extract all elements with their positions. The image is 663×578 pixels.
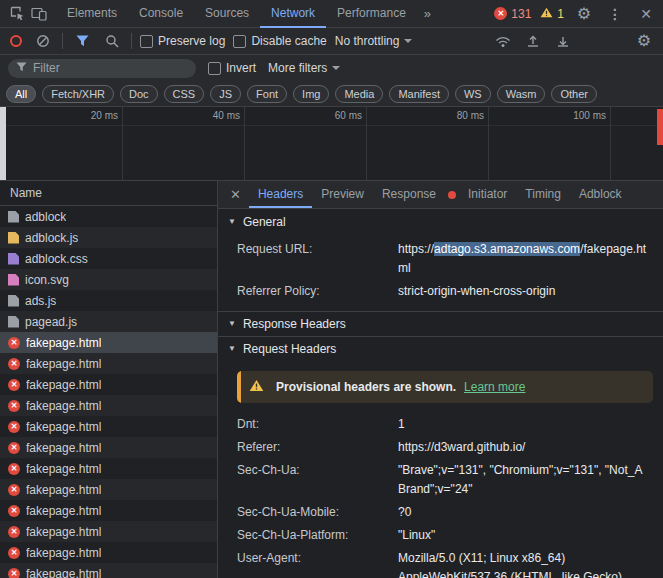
learn-more-link[interactable]: Learn more — [464, 380, 525, 394]
header-row: Referrer Policy: strict-origin-when-cros… — [218, 280, 663, 303]
doc-file-icon — [8, 295, 19, 307]
tab-elements[interactable]: Elements — [56, 0, 128, 28]
type-filter-font[interactable]: Font — [247, 85, 287, 103]
general-section-header[interactable]: ▼ General — [218, 209, 663, 234]
detail-tab-preview[interactable]: Preview — [312, 181, 373, 208]
timeline-gridline — [366, 107, 367, 180]
type-filter-media[interactable]: Media — [335, 85, 383, 103]
close-details-icon[interactable]: ✕ — [222, 187, 249, 202]
request-row[interactable]: ✕fakepage.html — [0, 395, 217, 416]
type-filter-wasm[interactable]: Wasm — [497, 85, 546, 103]
filter-toggle-icon[interactable] — [71, 30, 93, 52]
search-icon[interactable] — [101, 30, 123, 52]
error-badge[interactable]: ✕ 131 — [494, 7, 531, 21]
request-row[interactable]: ✕fakepage.html — [0, 416, 217, 437]
kebab-menu-icon[interactable]: ⋮ — [604, 3, 626, 25]
preserve-log-toggle[interactable]: Preserve log — [140, 34, 225, 48]
detail-tab-adblock[interactable]: Adblock — [570, 181, 631, 208]
request-row[interactable]: ✕fakepage.html — [0, 437, 217, 458]
collapse-triangle-icon: ▼ — [228, 320, 236, 328]
request-row[interactable]: adblock.js — [0, 227, 217, 248]
detail-tab-timing[interactable]: Timing — [516, 181, 570, 208]
header-value: ?0 — [398, 503, 653, 522]
header-value: https://adtago.s3.amazonaws.com/fakepage… — [398, 240, 653, 278]
request-row[interactable]: ✕fakepage.html — [0, 479, 217, 500]
tab-console[interactable]: Console — [128, 0, 194, 28]
device-toolbar-icon[interactable] — [28, 3, 50, 25]
type-filter-css[interactable]: CSS — [164, 85, 205, 103]
type-filter-doc[interactable]: Doc — [120, 85, 158, 103]
request-row[interactable]: ✕fakepage.html — [0, 563, 217, 578]
filter-funnel-icon — [16, 61, 27, 75]
timeline-overview[interactable]: 20 ms40 ms60 ms80 ms100 ms — [0, 107, 663, 181]
type-filter-all[interactable]: All — [6, 85, 36, 103]
detail-tab-headers[interactable]: Headers — [249, 181, 312, 208]
close-devtools-icon[interactable]: ✕ — [635, 3, 657, 25]
request-name: icon.svg — [25, 273, 69, 287]
overview-left-handle[interactable] — [0, 107, 6, 180]
headers-panel: ▼ General Request URL: https://adtago.s3… — [218, 209, 663, 578]
type-filter-img[interactable]: Img — [293, 85, 329, 103]
network-settings-gear-icon[interactable]: ⚙ — [633, 30, 655, 52]
doc-file-icon — [8, 211, 19, 223]
warning-icon — [249, 379, 264, 395]
type-filter-manifest[interactable]: Manifest — [389, 85, 449, 103]
request-row[interactable]: adblock.css — [0, 248, 217, 269]
js-file-icon — [8, 232, 19, 244]
request-name: fakepage.html — [26, 357, 101, 371]
more-filters-dropdown[interactable]: More filters — [268, 61, 340, 75]
type-filter-ws[interactable]: WS — [455, 85, 491, 103]
more-tabs-button[interactable]: » — [417, 6, 438, 21]
filter-input[interactable] — [33, 61, 188, 75]
request-row[interactable]: pagead.js — [0, 311, 217, 332]
request-headers-section-header[interactable]: ▼ Request Headers — [218, 336, 663, 361]
request-name: adblock — [25, 210, 66, 224]
import-har-icon[interactable] — [522, 30, 544, 52]
network-conditions-icon[interactable] — [492, 30, 514, 52]
request-row[interactable]: ✕fakepage.html — [0, 500, 217, 521]
request-row[interactable]: ✕fakepage.html — [0, 374, 217, 395]
devtools-window: ElementsConsoleSourcesNetworkPerformance… — [0, 0, 663, 578]
request-row[interactable]: icon.svg — [0, 269, 217, 290]
type-filter-js[interactable]: JS — [210, 85, 241, 103]
tab-performance[interactable]: Performance — [326, 0, 417, 28]
detail-tab-initiator[interactable]: Initiator — [459, 181, 516, 208]
record-button[interactable] — [10, 35, 22, 47]
invert-toggle[interactable]: Invert — [208, 61, 256, 75]
request-name: fakepage.html — [26, 462, 101, 476]
request-row[interactable]: adblock — [0, 206, 217, 227]
preserve-log-checkbox[interactable] — [140, 35, 153, 48]
doc-file-icon — [8, 316, 19, 328]
throttling-dropdown[interactable]: No throttling — [335, 34, 413, 48]
type-filter-fetch-xhr[interactable]: Fetch/XHR — [42, 85, 114, 103]
tab-sources[interactable]: Sources — [194, 0, 260, 28]
request-row[interactable]: ads.js — [0, 290, 217, 311]
timeline-gridline — [244, 107, 245, 180]
settings-gear-icon[interactable]: ⚙ — [573, 3, 595, 25]
invert-checkbox[interactable] — [208, 62, 221, 75]
request-row[interactable]: ✕fakepage.html — [0, 521, 217, 542]
inspect-element-icon[interactable] — [6, 3, 28, 25]
disable-cache-toggle[interactable]: Disable cache — [233, 34, 326, 48]
request-name: fakepage.html — [26, 336, 101, 350]
warning-badge[interactable]: 1 — [540, 7, 564, 21]
response-headers-section-header[interactable]: ▼ Response Headers — [218, 311, 663, 336]
request-row[interactable]: ✕fakepage.html — [0, 458, 217, 479]
disable-cache-checkbox[interactable] — [233, 35, 246, 48]
export-har-icon[interactable] — [552, 30, 574, 52]
more-filters-label: More filters — [268, 61, 327, 75]
header-name: Request URL: — [237, 240, 398, 278]
tab-network[interactable]: Network — [260, 0, 326, 28]
section-title: Response Headers — [243, 317, 346, 331]
name-column-header[interactable]: Name — [0, 181, 217, 206]
request-name: fakepage.html — [26, 525, 101, 539]
request-row[interactable]: ✕fakepage.html — [0, 353, 217, 374]
header-name: Referer: — [237, 438, 398, 457]
type-filter-other[interactable]: Other — [551, 85, 597, 103]
detail-tab-response[interactable]: Response — [373, 181, 445, 208]
clear-icon[interactable] — [32, 30, 54, 52]
throttling-value: No throttling — [335, 34, 400, 48]
request-row[interactable]: ✕fakepage.html — [0, 542, 217, 563]
request-row[interactable]: ✕fakepage.html — [0, 332, 217, 353]
request-list-pane: Name adblockadblock.jsadblock.cssicon.sv… — [0, 181, 218, 578]
